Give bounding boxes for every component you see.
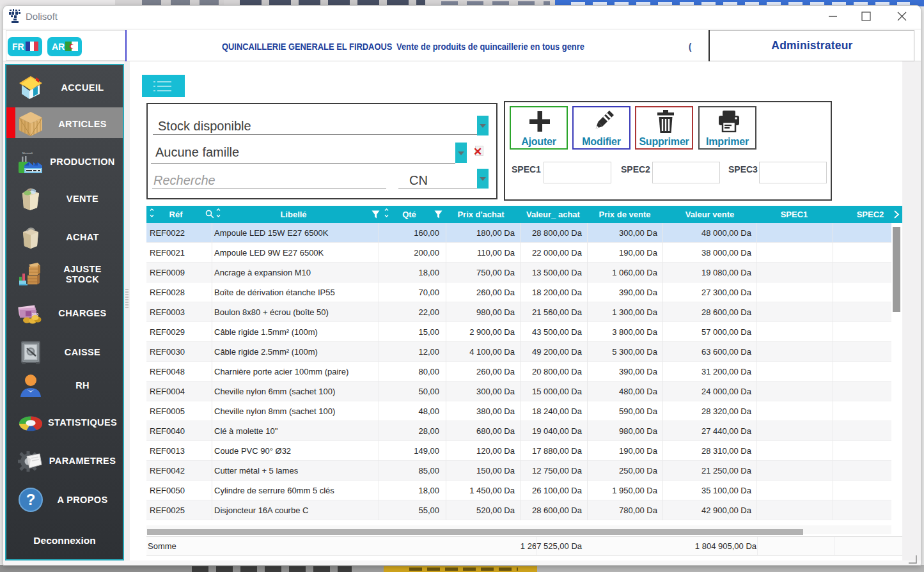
svg-text:Microsoft: Microsoft bbox=[22, 151, 33, 155]
svg-text:?: ? bbox=[26, 491, 36, 508]
